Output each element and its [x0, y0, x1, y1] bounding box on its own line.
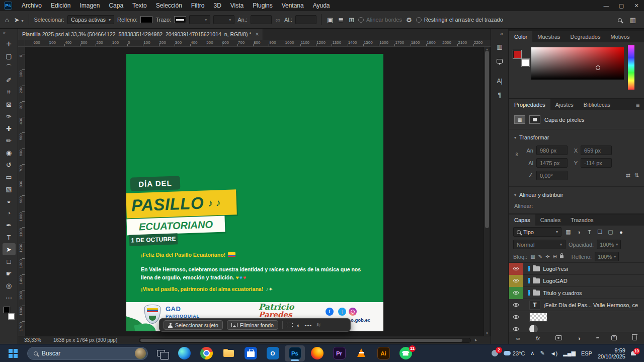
move-tool[interactable]: ✛: [3, 38, 16, 50]
tab-motivos[interactable]: Motivos: [605, 31, 634, 42]
healing-brush-tool[interactable]: ✚: [3, 122, 16, 134]
stroke-swatch[interactable]: [174, 16, 186, 23]
menu-ventana[interactable]: Ventana: [277, 0, 308, 11]
task-view-button[interactable]: [152, 345, 172, 361]
search-highlight-image[interactable]: [135, 348, 146, 359]
network-icon[interactable]: ▂▄▆: [563, 350, 576, 356]
workspace-switcher-icon[interactable]: ▥: [629, 16, 637, 24]
zoom-tool[interactable]: ◎: [3, 279, 16, 292]
home-icon[interactable]: ⌂: [4, 16, 10, 24]
menu-seleccion[interactable]: Selección: [151, 0, 187, 11]
height-field[interactable]: 1475 px: [536, 158, 568, 168]
collapse-panels-icon[interactable]: «: [500, 29, 508, 39]
menu-ayuda[interactable]: Ayuda: [308, 0, 335, 11]
menu-3d[interactable]: 3D: [209, 0, 225, 11]
delete-layer-icon[interactable]: [632, 335, 637, 341]
quick-selection-tool[interactable]: ✐: [3, 74, 16, 86]
dodge-tool[interactable]: ◔: [3, 207, 16, 219]
link-dimensions-icon[interactable]: ∞: [514, 153, 520, 157]
link-layers-icon[interactable]: ∞: [516, 335, 520, 341]
tab-trazados[interactable]: Trazados: [566, 214, 598, 226]
tab-propiedades[interactable]: Propiedades: [509, 99, 550, 110]
layer-filter-dropdown[interactable]: Tipo▾: [513, 227, 561, 237]
align-edges-checkbox[interactable]: Alinear bordes: [358, 17, 402, 23]
layer-visibility-toggle[interactable]: [509, 311, 523, 323]
paragraph-panel-icon[interactable]: ¶: [493, 89, 506, 101]
layer-row[interactable]: ›LogoPresi: [509, 263, 644, 275]
edge-icon[interactable]: [174, 345, 194, 361]
shape-width-input[interactable]: [251, 15, 272, 24]
update-icon[interactable]: 2: [492, 350, 498, 356]
tab-degradados[interactable]: Degradados: [566, 31, 606, 42]
background-color-swatch[interactable]: [8, 313, 15, 320]
layer-row[interactable]: ›Titulo y cuadros: [509, 287, 644, 299]
restore-button[interactable]: ▢: [614, 0, 629, 11]
minimize-button[interactable]: —: [599, 0, 614, 11]
menu-filtro[interactable]: Filtro: [187, 0, 209, 11]
gear-icon[interactable]: ⚙: [405, 16, 413, 24]
close-tab-icon[interactable]: ×: [255, 31, 259, 38]
premiere-icon[interactable]: Pr: [329, 345, 349, 361]
menu-plugins[interactable]: Plugins: [248, 0, 277, 11]
rotation-field[interactable]: 0,00°: [536, 171, 568, 180]
clock[interactable]: 9:59 20/10/2025: [598, 347, 625, 359]
hue-slider[interactable]: [628, 45, 634, 90]
path-arrangement-icon[interactable]: ⊞: [348, 16, 355, 24]
layer-row[interactable]: [509, 311, 644, 323]
panel-menu-icon[interactable]: ≣: [636, 99, 644, 110]
vertical-ruler[interactable]: 0100200300400500600700800900100011001200…: [18, 47, 25, 336]
expand-group-icon[interactable]: ›: [528, 266, 530, 271]
tab-capas[interactable]: Capas: [509, 214, 535, 226]
language-indicator[interactable]: ESP: [581, 350, 592, 356]
add-mask-icon[interactable]: [555, 335, 562, 341]
zoom-level[interactable]: 33,33%: [18, 337, 46, 343]
scroll-right-icon[interactable]: ▸: [475, 337, 477, 342]
taskbar-search[interactable]: Buscar: [27, 347, 148, 360]
firefox-icon[interactable]: [307, 345, 327, 361]
expand-group-icon[interactable]: ›: [528, 278, 530, 283]
lock-artboard-icon[interactable]: ⊞: [552, 254, 556, 259]
bar-properties-icon[interactable]: ≋: [316, 322, 321, 328]
tab-ajustes[interactable]: Ajustes: [550, 99, 579, 110]
saturation-brightness-field[interactable]: [531, 47, 624, 80]
photoshop-icon[interactable]: Ps: [285, 345, 305, 361]
gradient-tool[interactable]: ▧: [3, 183, 16, 195]
flip-vertical-icon[interactable]: ⇅: [634, 172, 639, 179]
active-tool-icon[interactable]: ➤ ▾: [13, 16, 25, 24]
blur-tool[interactable]: ◒: [3, 195, 16, 207]
menu-archivo[interactable]: Archivo: [17, 0, 46, 11]
width-field[interactable]: 980 px: [536, 146, 568, 155]
path-operations-icon[interactable]: ▣: [326, 16, 334, 24]
filter-type-icon[interactable]: T: [586, 229, 593, 235]
eraser-tool[interactable]: ▭: [3, 171, 16, 183]
search-icon[interactable]: [617, 16, 623, 24]
align-section-header[interactable]: ▾Alinear y distribuir: [509, 188, 644, 202]
canvas-viewport[interactable]: DÍA DEL PASILLO ♪ ♪ ECUATORIANO 1 DE OCT…: [25, 47, 491, 336]
microsoft-store-icon[interactable]: [240, 345, 261, 361]
layer-visibility-toggle[interactable]: [509, 287, 523, 299]
opacity-field[interactable]: 100%▾: [597, 240, 621, 249]
new-layer-icon[interactable]: [611, 335, 617, 341]
foreground-color-swatch[interactable]: [4, 307, 10, 313]
info-panel-icon[interactable]: ▥: [493, 41, 506, 53]
constrain-path-checkbox[interactable]: Restringir el arrastre del trazado: [416, 17, 503, 23]
clone-stamp-tool[interactable]: ◉: [3, 147, 16, 159]
layer-visibility-toggle[interactable]: [509, 275, 523, 287]
menu-texto[interactable]: Texto: [128, 0, 151, 11]
invert-selection-icon[interactable]: ◐: [297, 322, 301, 328]
tab-bibliotecas[interactable]: Bibliotecas: [579, 99, 615, 110]
rectangle-tool[interactable]: □: [3, 255, 16, 267]
flip-horizontal-icon[interactable]: ⇄: [626, 172, 630, 179]
filter-pixel-icon[interactable]: ▦: [565, 229, 572, 235]
scrollbar-thumb[interactable]: [140, 339, 462, 342]
layer-visibility-toggle[interactable]: [509, 299, 523, 311]
ruler-origin-corner[interactable]: [18, 40, 25, 47]
document-tab[interactable]: Plantilla 2025.psd al 33,3% (504664122_5…: [18, 29, 263, 40]
adjustment-layer-icon[interactable]: ◑: [577, 335, 581, 341]
comments-panel-icon[interactable]: [493, 55, 506, 67]
pen-tray-icon[interactable]: ✎: [540, 350, 544, 356]
crop-tool[interactable]: ⌗: [3, 86, 16, 98]
scroll-up-icon[interactable]: ▴: [484, 47, 490, 51]
fill-swatch[interactable]: [140, 16, 152, 23]
filter-toggle-icon[interactable]: ●: [617, 229, 625, 235]
